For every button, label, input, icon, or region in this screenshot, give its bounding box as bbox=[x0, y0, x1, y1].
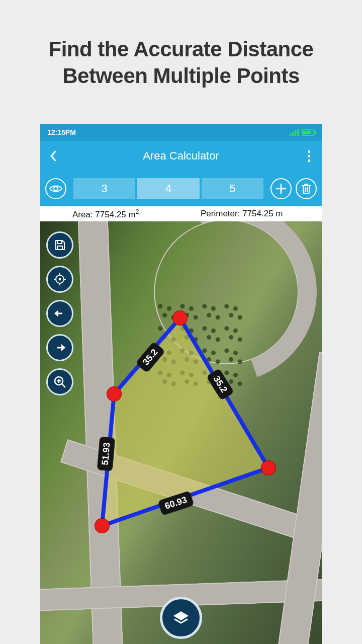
visibility-button[interactable] bbox=[45, 178, 66, 199]
tab-5[interactable]: 5 bbox=[202, 178, 263, 199]
perimeter-readout: Perimeter: 7754.25 m bbox=[194, 209, 322, 219]
redo-icon bbox=[53, 343, 66, 353]
battery-icon bbox=[302, 129, 315, 136]
promo-headline: Find the Accurate Distance Between Multi… bbox=[0, 0, 362, 89]
eye-icon bbox=[49, 185, 62, 193]
signal-icon bbox=[290, 129, 299, 136]
area-readout: Area: 7754.25 m2 bbox=[40, 208, 194, 220]
locate-button[interactable] bbox=[46, 266, 73, 293]
undo-button[interactable] bbox=[46, 300, 73, 327]
crosshair-icon bbox=[53, 273, 66, 286]
add-button[interactable] bbox=[270, 178, 292, 199]
edge-length-label: 51.93 bbox=[97, 436, 116, 471]
back-button[interactable] bbox=[40, 150, 66, 162]
svg-point-3 bbox=[59, 278, 61, 281]
tab-3[interactable]: 3 bbox=[73, 178, 135, 199]
layers-icon bbox=[170, 607, 192, 628]
shape-tabs: 3 4 5 bbox=[73, 178, 263, 199]
zoom-in-button[interactable] bbox=[46, 368, 73, 395]
delete-button[interactable] bbox=[296, 178, 317, 199]
map-side-buttons bbox=[46, 231, 73, 395]
map-view[interactable]: 35.2 35.2 51.93 60.93 bbox=[40, 221, 322, 644]
device-frame: 12:15PM Area Calculator 3 4 5 bbox=[40, 124, 322, 644]
promo-line-2: Between Multiple Points bbox=[20, 63, 342, 90]
promo-line-1: Find the Accurate Distance bbox=[20, 36, 342, 63]
more-button[interactable] bbox=[296, 150, 322, 162]
trash-icon bbox=[301, 183, 311, 194]
app-title: Area Calculator bbox=[66, 149, 296, 163]
chevron-left-icon bbox=[49, 150, 58, 162]
toolbar: 3 4 5 bbox=[40, 171, 322, 206]
polygon-vertex[interactable] bbox=[107, 387, 121, 401]
svg-point-0 bbox=[54, 187, 58, 191]
status-bar: 12:15PM bbox=[40, 124, 322, 141]
layers-button[interactable] bbox=[160, 597, 202, 639]
redo-button[interactable] bbox=[46, 334, 73, 361]
undo-icon bbox=[53, 308, 66, 318]
measurement-info-bar: Area: 7754.25 m2 Perimeter: 7754.25 m bbox=[40, 206, 322, 221]
polygon-vertex[interactable] bbox=[261, 461, 276, 475]
zoom-in-icon bbox=[53, 375, 66, 388]
tab-4[interactable]: 4 bbox=[137, 178, 199, 199]
save-icon bbox=[54, 239, 66, 251]
polygon-vertex[interactable] bbox=[173, 311, 187, 325]
app-bar: Area Calculator bbox=[40, 141, 322, 171]
save-button[interactable] bbox=[46, 231, 73, 259]
polygon-overlay bbox=[40, 221, 322, 644]
polygon-vertex[interactable] bbox=[95, 519, 109, 533]
plus-icon bbox=[276, 183, 287, 194]
status-time: 12:15PM bbox=[47, 128, 76, 136]
